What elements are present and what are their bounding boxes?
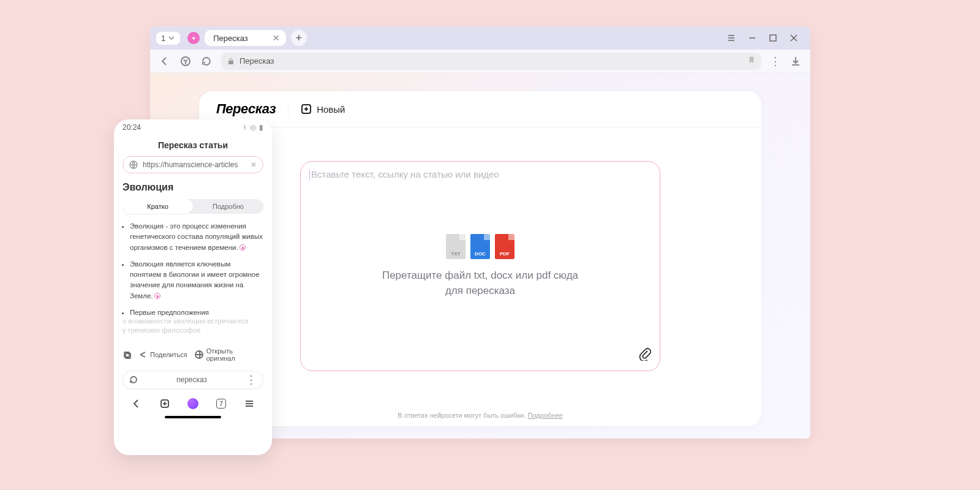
hamburger-icon[interactable] [727,34,736,42]
list-item: Эволюция является ключевым понятием в би… [130,259,263,301]
browser-toolbar: Пересказ ⋮ [150,50,810,73]
input-placeholder[interactable]: Вставьте текст, ссылку на статью или вид… [309,169,651,180]
nav-tabs-icon[interactable]: 7 [215,398,227,410]
reload-icon[interactable] [129,375,138,384]
tab-counter[interactable]: 1 [156,32,180,45]
globe-icon [195,350,203,359]
address-text: Пересказ [239,56,274,66]
txt-file-icon: TXT [446,234,466,259]
doc-file-icon: DOC [470,234,490,259]
tab-close-icon[interactable]: ✕ [273,33,280,43]
segmented-control: Кратко Подробно [123,199,263,214]
file-icons: TXT DOC PDF [446,234,514,259]
wifi-icon: ◎ [250,123,256,132]
home-indicator [165,416,221,418]
download-icon[interactable] [790,55,802,67]
phone-page-title: Пересказ статьи [114,135,272,156]
app-title: Пересказ [216,101,276,117]
tab-count-value: 1 [161,34,165,43]
nav-back-icon[interactable] [130,398,143,410]
share-button[interactable]: Поделиться [138,350,187,359]
chevron-down-icon [168,34,175,42]
plus-square-icon [301,104,312,115]
dropzone[interactable]: Вставьте текст, ссылку на статью или вид… [300,161,660,371]
seg-detail[interactable]: Подробно [193,199,263,214]
seg-brief[interactable]: Кратко [123,199,193,214]
clear-url-icon[interactable]: ✕ [251,160,257,169]
list-item: Эволюция - это процесс изменения генетич… [130,221,263,253]
main-card: Пересказ Новый Вставьте текст, ссылку на… [199,91,761,426]
globe-icon [129,160,138,169]
open-original-button[interactable]: Открыть оригинал [195,347,263,362]
nav-menu-icon[interactable] [243,398,255,410]
phone-statusbar: 20:24 ᚼ ◎ ▮ [114,119,272,135]
browser-tabbar: 1 ✦ Пересказ ✕ + [150,26,810,50]
faded-line: у греческих философов [123,325,272,336]
phone-mock: 20:24 ᚼ ◎ ▮ Пересказ статьи https://huma… [114,119,272,455]
summary-list: Эволюция - это процесс изменения генетич… [114,221,272,341]
share-icon [138,350,147,359]
back-icon[interactable] [159,55,171,67]
dropzone-center: TXT DOC PDF Перетащите файл txt, docx ил… [301,162,660,371]
new-label: Новый [317,104,345,115]
svg-rect-0 [770,35,776,41]
address-bar[interactable]: Пересказ [221,53,761,70]
tab-favicon-icon: ✦ [187,32,200,44]
battery-icon: ▮ [259,123,263,132]
phone-actions: Поделиться Открыть оригинал [114,341,272,368]
phone-search-bar[interactable]: пересказ ⋮ [123,371,263,389]
browser-tab[interactable]: Пересказ ✕ [205,30,286,46]
new-tab-button[interactable]: + [291,30,307,46]
copy-icon [123,350,131,359]
status-icons: ᚼ ◎ ▮ [243,123,263,132]
window-controls [727,34,804,42]
yandex-icon[interactable] [179,55,192,67]
disclaimer-link[interactable]: Подробнее [528,412,563,419]
tab-title: Пересказ [213,34,248,43]
nav-newtab-icon[interactable] [159,398,171,410]
copy-button[interactable] [123,350,131,359]
pdf-file-icon: PDF [495,234,514,259]
new-button[interactable]: Новый [301,104,345,115]
bluetooth-icon: ᚼ [243,123,247,132]
phone-search-text: пересказ [144,375,239,384]
divider [288,101,288,117]
card-header: Пересказ Новый [199,91,761,127]
citation-icon[interactable] [154,293,160,299]
bookmark-icon[interactable] [748,56,755,66]
nav-home-icon[interactable] [187,398,199,410]
minimize-icon[interactable] [748,34,756,42]
phone-url-text: https://humanscience-articles [143,160,238,169]
svg-rect-2 [228,61,233,64]
lock-icon [227,58,235,65]
citation-icon[interactable] [239,244,246,251]
dropzone-text: Перетащите файл txt, docx или pdf сюда д… [382,268,578,299]
paperclip-icon [639,347,651,361]
attach-button[interactable] [639,347,651,363]
reload-icon[interactable] [200,55,213,67]
close-icon[interactable] [790,34,798,42]
maximize-icon[interactable] [769,34,777,42]
status-time: 20:24 [123,123,141,132]
disclaimer: В ответах нейросети могут быть ошибки. П… [199,412,761,419]
phone-bottom-nav: 7 [114,394,272,412]
phone-url-field[interactable]: https://humanscience-articles ✕ [123,156,263,173]
article-heading: Эволюция [114,181,272,199]
